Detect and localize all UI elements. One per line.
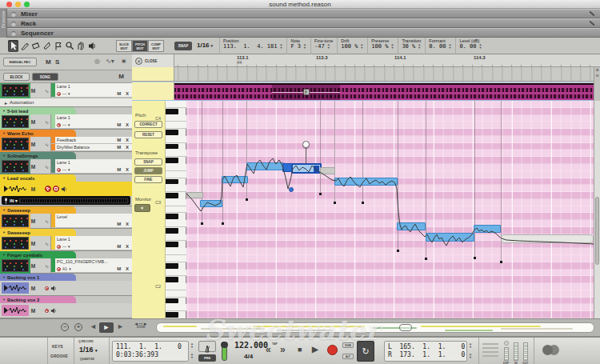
- track-row[interactable]: ▼Backing vox 1M: [0, 274, 132, 296]
- speaker-tool[interactable]: [86, 40, 97, 52]
- lane-mute-clear[interactable]: M X: [117, 138, 130, 142]
- keys-button[interactable]: KEYS: [52, 344, 63, 349]
- pitch-note[interactable]: [334, 178, 398, 186]
- pitch-note-grid[interactable]: [186, 101, 594, 318]
- mute-all-label[interactable]: M: [46, 58, 51, 66]
- white-key[interactable]: C4: [166, 115, 186, 122]
- transpose-fine-button[interactable]: FINE: [134, 176, 162, 183]
- pitch-anchor-dot[interactable]: [474, 257, 476, 259]
- lane-panel[interactable]: Lane 1—▾M X: [51, 114, 132, 129]
- mute-tool[interactable]: [53, 40, 63, 52]
- black-key[interactable]: [166, 129, 186, 136]
- lane-mute-clear[interactable]: M X: [117, 222, 130, 226]
- timeline-ruler[interactable]: 113.14/4113.3114.1114.3: [174, 54, 594, 67]
- song-position-display[interactable]: 111. 1. 1. 0 0:03:36:393: [112, 341, 189, 362]
- white-key[interactable]: [166, 248, 186, 255]
- fast-forward-button[interactable]: »: [280, 344, 286, 355]
- track-mute-button[interactable]: M: [30, 142, 36, 147]
- hand-tool[interactable]: [75, 40, 86, 52]
- quantize-value-dropdown[interactable]: 1/16 ▾: [79, 346, 98, 354]
- white-key[interactable]: C2: [166, 283, 186, 290]
- rack-bar[interactable]: Rack: [7, 18, 600, 28]
- black-key[interactable]: [166, 276, 186, 283]
- master-mute[interactable]: M: [118, 73, 124, 80]
- pitch-anchor-dot[interactable]: [397, 250, 399, 252]
- record-arm-icon[interactable]: [53, 186, 59, 192]
- chevron-down-icon[interactable]: ▾: [69, 266, 71, 271]
- black-key[interactable]: [166, 298, 186, 305]
- razor-tool[interactable]: [42, 40, 52, 52]
- track-name-tab[interactable]: ▼SolinaStrings: [0, 152, 76, 159]
- track-mute-button[interactable]: M: [30, 241, 36, 246]
- white-key[interactable]: [166, 185, 186, 192]
- stop-button[interactable]: ■: [298, 346, 302, 354]
- lane-take-value[interactable]: —: [62, 167, 66, 172]
- snap-button[interactable]: SNAP: [174, 42, 192, 50]
- loop-button[interactable]: ↻: [357, 341, 374, 362]
- record-button[interactable]: [327, 345, 338, 355]
- black-key[interactable]: [166, 213, 186, 220]
- field-value[interactable]: -47: [314, 43, 325, 50]
- field-stepper[interactable]: ▲▼: [303, 43, 306, 49]
- black-key[interactable]: [166, 143, 186, 150]
- horizontal-zoom-widget[interactable]: ◄▭►ZOOM: [130, 322, 151, 330]
- white-key[interactable]: [166, 136, 186, 143]
- track-body[interactable]: M∿Lane 1—▾M X: [0, 83, 132, 98]
- track-mute-button[interactable]: M: [30, 218, 36, 224]
- lane-mute-clear[interactable]: M X: [117, 145, 130, 150]
- lane-take-value[interactable]: A1: [62, 266, 67, 271]
- white-key[interactable]: [166, 290, 186, 298]
- track-body[interactable]: M: [0, 182, 132, 196]
- pitch-note-selected[interactable]: [291, 163, 322, 174]
- piano-keyboard[interactable]: C4C3C2: [166, 101, 186, 318]
- lane-take-value[interactable]: —: [62, 244, 66, 249]
- click-button[interactable]: [198, 341, 216, 352]
- track-row[interactable]: ▼Warm EchoM∿FeedbackM XDry/Wet BalanceM …: [0, 130, 132, 152]
- track-automation-icon[interactable]: ∿: [45, 142, 49, 147]
- pitch-note[interactable]: [222, 176, 248, 183]
- pitch-anchor-dot[interactable]: [334, 202, 336, 204]
- input-monitor-icon[interactable]: [45, 186, 51, 192]
- pitch-anchor-dot[interactable]: [246, 198, 248, 201]
- pitch-anchor-dot[interactable]: [201, 222, 203, 225]
- track-row[interactable]: M∿Lane 1—▾M X▸Automation: [0, 83, 132, 107]
- unvoiced-segment[interactable]: [320, 167, 335, 174]
- track-name-tab[interactable]: ▼Lead vocals: [0, 174, 76, 182]
- black-key[interactable]: [166, 178, 186, 186]
- lane-take-value[interactable]: —: [62, 122, 66, 127]
- field-value[interactable]: 113. 1. 4. 181: [223, 43, 277, 50]
- track-mute-button[interactable]: M: [30, 119, 36, 125]
- transpose-snap-button[interactable]: SNAP: [134, 158, 162, 166]
- lane-take-value[interactable]: —: [62, 91, 66, 96]
- track-collapse-icon[interactable]: ▼: [2, 154, 6, 158]
- track-row[interactable]: ▼Lead vocalsMIN ▾: [0, 174, 132, 206]
- white-key[interactable]: [166, 122, 186, 129]
- lane-record-icon[interactable]: [57, 267, 61, 271]
- track-row[interactable]: ▼5-bit leadM∿Lane 1—▾M X: [0, 107, 132, 130]
- white-key[interactable]: [166, 150, 186, 157]
- tab-block[interactable]: BLOCK: [3, 73, 30, 81]
- black-key[interactable]: [166, 157, 186, 164]
- vertical-scrollbar-thumb[interactable]: [595, 197, 599, 265]
- clip-handle[interactable]: 8: [303, 89, 310, 95]
- note-start-handle[interactable]: [289, 187, 294, 192]
- pitch-anchor-dot[interactable]: [319, 193, 322, 195]
- midi-sync-icon[interactable]: [542, 345, 563, 358]
- dub-button[interactable]: DUB: [342, 342, 354, 348]
- right-locator-stepper[interactable]: ▲▼: [469, 353, 472, 358]
- pitch-note[interactable]: [426, 233, 474, 242]
- track-mute-button[interactable]: M: [30, 286, 36, 291]
- black-key[interactable]: [166, 227, 186, 234]
- lane-panel[interactable]: Lane 1—▾M X: [51, 236, 132, 250]
- mixer-bar[interactable]: Mixer: [7, 9, 600, 18]
- sequencer-bar[interactable]: Sequencer: [7, 28, 600, 38]
- chevron-down-icon[interactable]: ▾: [68, 122, 70, 127]
- lane-mute-clear[interactable]: M X: [117, 244, 130, 249]
- pitch-anchor-dot[interactable]: [222, 222, 224, 225]
- black-key[interactable]: [166, 108, 186, 115]
- chevron-down-icon[interactable]: ▾: [68, 91, 70, 96]
- white-key[interactable]: [166, 206, 186, 214]
- input-label[interactable]: IN ▾: [10, 198, 18, 203]
- close-button[interactable]: ✕ CLOSE: [132, 54, 174, 67]
- magnify-tool[interactable]: [64, 40, 74, 52]
